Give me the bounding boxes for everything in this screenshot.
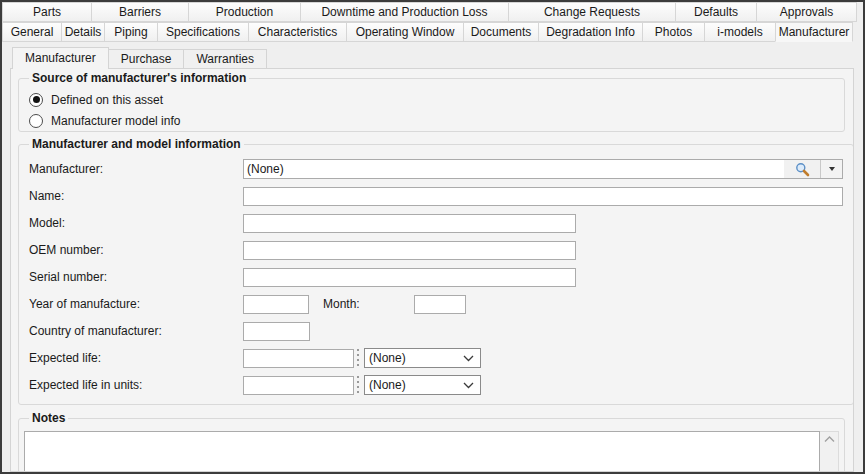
model-input[interactable] bbox=[243, 214, 576, 233]
manufacturer-model-groupbox: Manufacturer and model information Manuf… bbox=[18, 137, 854, 405]
tab-degradation-info[interactable]: Degradation Info bbox=[538, 22, 643, 42]
tab-characteristics[interactable]: Characteristics bbox=[248, 22, 347, 42]
oem-number-row: OEM number: bbox=[29, 240, 843, 260]
search-icon bbox=[795, 162, 810, 177]
serial-number-label: Serial number: bbox=[29, 270, 243, 284]
notes-title: Notes bbox=[29, 411, 68, 425]
scrollbar-up-icon[interactable] bbox=[824, 436, 835, 443]
manufacturer-lookup-field[interactable]: (None) bbox=[243, 159, 843, 179]
manufacturer-dropdown-button[interactable] bbox=[820, 160, 842, 178]
source-info-title: Source of manufacturer's information bbox=[29, 71, 249, 85]
tab-general[interactable]: General bbox=[2, 22, 62, 42]
expected-life-in-units-unit-value: (None) bbox=[369, 378, 463, 392]
expected-life-units-row: Expected life in units: (None) bbox=[29, 375, 843, 395]
radio-label: Defined on this asset bbox=[51, 93, 163, 107]
tab-documents[interactable]: Documents bbox=[463, 22, 539, 42]
tab-photos[interactable]: Photos bbox=[642, 22, 705, 42]
tab-parts[interactable]: Parts bbox=[2, 2, 92, 22]
tab-approvals[interactable]: Approvals bbox=[756, 2, 857, 22]
notes-groupbox: Notes bbox=[18, 411, 845, 472]
country-row: Country of manufacturer: bbox=[29, 321, 843, 341]
oem-number-input[interactable] bbox=[243, 241, 576, 260]
model-label: Model: bbox=[29, 216, 243, 230]
tab-defaults[interactable]: Defaults bbox=[675, 2, 757, 22]
name-input[interactable] bbox=[243, 187, 843, 206]
country-of-manufacturer-input[interactable] bbox=[243, 322, 310, 341]
expected-life-spinner[interactable] bbox=[354, 349, 361, 368]
subtab-warranties[interactable]: Warranties bbox=[183, 49, 267, 69]
expected-life-in-units-label: Expected life in units: bbox=[29, 378, 243, 392]
serial-number-row: Serial number: bbox=[29, 267, 843, 287]
source-info-groupbox: Source of manufacturer's information Def… bbox=[18, 71, 845, 132]
tab-details[interactable]: Details bbox=[61, 22, 105, 42]
expected-life-label: Expected life: bbox=[29, 351, 243, 365]
tab-barriers[interactable]: Barriers bbox=[91, 2, 189, 22]
radio-unselected-icon[interactable] bbox=[29, 114, 43, 128]
model-row: Model: bbox=[29, 213, 843, 233]
manufacturer-model-title: Manufacturer and model information bbox=[29, 137, 244, 151]
country-of-manufacturer-label: Country of manufacturer: bbox=[29, 324, 243, 338]
notes-scrollbar[interactable] bbox=[820, 431, 839, 472]
notes-field bbox=[24, 431, 839, 472]
tab-operating-window[interactable]: Operating Window bbox=[346, 22, 464, 42]
search-button[interactable] bbox=[784, 160, 820, 178]
expected-life-unit-value: (None) bbox=[369, 351, 463, 365]
radio-defined-on-this-asset[interactable]: Defined on this asset bbox=[29, 91, 834, 108]
radio-selected-icon[interactable] bbox=[29, 93, 43, 107]
expected-life-row: Expected life: (None) bbox=[29, 348, 843, 368]
dropdown-arrow-icon bbox=[829, 167, 835, 171]
combo-chevron-icon bbox=[463, 355, 474, 362]
radio-label: Manufacturer model info bbox=[51, 114, 180, 128]
tab-production[interactable]: Production bbox=[188, 2, 301, 22]
subtab-purchase[interactable]: Purchase bbox=[108, 49, 185, 69]
month-label: Month: bbox=[323, 297, 414, 311]
year-month-row: Year of manufacture: Month: bbox=[29, 294, 843, 314]
tab-piping[interactable]: Piping bbox=[104, 22, 158, 42]
month-input[interactable] bbox=[414, 295, 466, 314]
expected-life-in-units-spinner[interactable] bbox=[354, 376, 361, 395]
asset-properties-window: Parts Barriers Production Downtime and P… bbox=[0, 0, 865, 474]
notes-textarea[interactable] bbox=[24, 431, 820, 472]
tab-bar-outer: Parts Barriers Production Downtime and P… bbox=[2, 2, 863, 22]
radio-manufacturer-model-info[interactable]: Manufacturer model info bbox=[29, 112, 834, 129]
serial-number-input[interactable] bbox=[243, 268, 576, 287]
tab-downtime-and-production-loss[interactable]: Downtime and Production Loss bbox=[300, 2, 509, 22]
manufacturer-row: Manufacturer: (None) bbox=[29, 159, 843, 179]
manufacturer-label: Manufacturer: bbox=[29, 162, 243, 176]
tab-specifications[interactable]: Specifications bbox=[157, 22, 249, 42]
expected-life-input[interactable] bbox=[243, 349, 354, 368]
tab-bar-main: General Details Piping Specifications Ch… bbox=[2, 22, 863, 42]
year-of-manufacture-input[interactable] bbox=[243, 295, 309, 314]
oem-number-label: OEM number: bbox=[29, 243, 243, 257]
manufacturer-value: (None) bbox=[244, 160, 784, 178]
subtab-manufacturer[interactable]: Manufacturer bbox=[12, 47, 109, 69]
expected-life-in-units-input[interactable] bbox=[243, 376, 354, 395]
tab-i-models[interactable]: i-models bbox=[704, 22, 776, 42]
tab-change-requests[interactable]: Change Requests bbox=[508, 2, 676, 22]
tab-manufacturer[interactable]: Manufacturer bbox=[775, 22, 853, 42]
manufacturer-tab-page: Source of manufacturer's information Def… bbox=[10, 68, 854, 472]
tab-bar-sub: Manufacturer Purchase Warranties bbox=[10, 47, 854, 69]
name-row: Name: bbox=[29, 186, 843, 206]
name-label: Name: bbox=[29, 189, 243, 203]
year-of-manufacture-label: Year of manufacture: bbox=[29, 297, 243, 311]
expected-life-unit-combo[interactable]: (None) bbox=[364, 348, 481, 368]
expected-life-in-units-unit-combo[interactable]: (None) bbox=[364, 375, 481, 395]
combo-chevron-icon bbox=[463, 382, 474, 389]
